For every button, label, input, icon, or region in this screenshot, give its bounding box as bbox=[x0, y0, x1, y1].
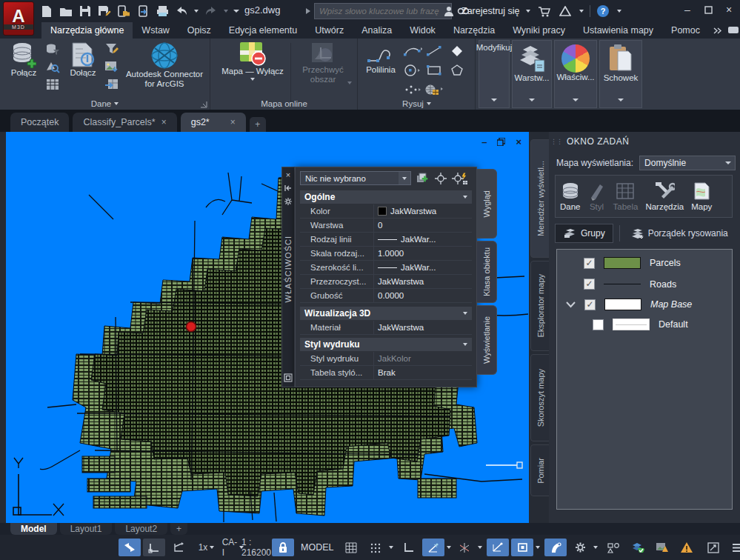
autoscale-gear-icon[interactable] bbox=[569, 539, 591, 556]
selected-line[interactable] bbox=[486, 462, 522, 468]
viewport-restore-button[interactable] bbox=[497, 138, 505, 146]
scale-lock-icon[interactable] bbox=[272, 539, 294, 556]
ribbon-tab-ustawienia-mapy[interactable]: Ustawienia mapy bbox=[574, 22, 662, 39]
annotation-scale-button[interactable]: 1x bbox=[194, 539, 216, 556]
palette-close-icon[interactable]: × bbox=[286, 170, 290, 179]
map-marker[interactable] bbox=[187, 322, 196, 332]
section-styl-wydruku[interactable]: Styl wydruku bbox=[300, 338, 472, 351]
layer-row-parcels[interactable]: ✓ Parcels bbox=[584, 257, 681, 269]
panel-label-dane[interactable]: Dane bbox=[0, 98, 210, 109]
close-tab-icon[interactable]: × bbox=[230, 117, 236, 127]
layer-row-default[interactable]: Default bbox=[593, 319, 688, 330]
new-layout-button[interactable]: + bbox=[170, 523, 187, 535]
tools-button[interactable]: Narzędzia bbox=[645, 181, 684, 211]
sign-in-dropdown-icon[interactable] bbox=[524, 3, 532, 19]
image-insert-icon[interactable] bbox=[104, 59, 120, 74]
tab-eksplorator-mapy[interactable]: Eksplorator mapy bbox=[530, 261, 550, 351]
map-base-checkbox[interactable]: ✓ bbox=[584, 299, 596, 310]
app-store-cart-icon[interactable] bbox=[536, 3, 553, 19]
tab-skoroszyt-mapy[interactable]: Skoroszyt mapy bbox=[530, 354, 550, 441]
property-row[interactable]: Rodzaj linii JakWar... bbox=[300, 233, 472, 247]
more-tabs-icon[interactable] bbox=[713, 27, 722, 34]
osnap-dropdown-icon[interactable] bbox=[536, 546, 540, 549]
close-tab-icon[interactable]: × bbox=[161, 117, 167, 127]
ribbon-tab-analiza[interactable]: Analiza bbox=[353, 22, 401, 39]
default-checkbox[interactable] bbox=[593, 319, 604, 330]
open-web-mobile-icon[interactable] bbox=[116, 3, 132, 19]
connect-button[interactable]: Połącz bbox=[4, 41, 43, 78]
annotation-visibility-icon[interactable] bbox=[544, 539, 567, 556]
customization-menu-icon[interactable] bbox=[727, 539, 740, 556]
coordinate-system-button[interactable]: CA-I bbox=[221, 539, 243, 556]
clipboard-panel-button[interactable]: Schowek bbox=[599, 40, 642, 108]
property-row[interactable]: Warstwa 0 bbox=[300, 219, 472, 233]
snap-dropdown-icon[interactable] bbox=[389, 546, 393, 549]
ribbon-tab-pomoc[interactable]: Pomoc bbox=[662, 22, 709, 39]
map-task-toggle-icon[interactable] bbox=[119, 539, 141, 556]
attach-button[interactable]: Dołącz bbox=[64, 41, 102, 78]
property-row[interactable]: Kolor JakWarstwa bbox=[300, 204, 472, 219]
dynamic-ucs-icon[interactable] bbox=[167, 539, 190, 556]
workspace-icon[interactable] bbox=[602, 539, 624, 556]
palette-autohide-icon[interactable] bbox=[284, 184, 293, 193]
selection-dropdown[interactable]: Nic nie wybrano bbox=[300, 171, 411, 185]
ribbon-tab-widok[interactable]: Widok bbox=[401, 22, 444, 39]
search-input[interactable] bbox=[314, 3, 452, 19]
query-search-icon[interactable] bbox=[44, 59, 61, 74]
collapse-chevron-icon[interactable] bbox=[566, 301, 576, 308]
panel-label-mapa-online[interactable]: Mapa online bbox=[211, 98, 357, 109]
property-row[interactable]: Materiał JakWarstwa bbox=[300, 321, 472, 335]
panel-label-rysuj[interactable]: Rysuj bbox=[359, 98, 475, 109]
draw-order-button[interactable]: Porządek rysowania bbox=[626, 224, 733, 242]
palette-tab-klasa-obiektu[interactable]: Klasa obiektu bbox=[477, 241, 497, 303]
save-icon[interactable] bbox=[77, 3, 93, 19]
file-tab-gs2[interactable]: gs2* × bbox=[181, 113, 246, 132]
circle-icon[interactable] bbox=[403, 64, 422, 77]
arc-icon[interactable] bbox=[403, 45, 422, 57]
viewport-minimize-button[interactable]: – bbox=[481, 136, 487, 147]
window-minimize-button[interactable]: – bbox=[681, 3, 694, 16]
ribbon-tab-narzedzia[interactable]: Narzędzia bbox=[444, 22, 504, 39]
points-icon[interactable] bbox=[403, 84, 422, 95]
property-row[interactable]: Przezroczyst... JakWarstwa bbox=[300, 275, 472, 289]
panel-launcher-icon[interactable] bbox=[200, 101, 207, 108]
quick-select-icon[interactable] bbox=[434, 172, 447, 185]
modify-panel-button[interactable]: Modyfikuj bbox=[479, 40, 510, 108]
rectangle-icon[interactable] bbox=[426, 64, 444, 76]
ribbon-tab-utworz[interactable]: Utwórz bbox=[306, 22, 353, 39]
layer-row-map-base[interactable]: ✓ Map Base bbox=[566, 299, 692, 310]
fullscreen-icon[interactable] bbox=[702, 539, 724, 556]
map-toggle-dropdown-icon[interactable] bbox=[250, 78, 255, 81]
section-wizualizacja-3d[interactable]: Wizualizacja 3D bbox=[300, 307, 472, 320]
model-space-button[interactable]: MODEL bbox=[296, 542, 338, 553]
redo-dropdown-icon[interactable] bbox=[222, 3, 230, 19]
data-button[interactable]: Dane bbox=[560, 181, 581, 211]
property-row[interactable]: Grubość 0.0000 bbox=[300, 289, 472, 303]
qat-customize-icon[interactable] bbox=[233, 3, 240, 19]
layout-tab-model[interactable]: Model bbox=[10, 523, 57, 535]
filter-data-icon[interactable] bbox=[44, 41, 61, 56]
display-map-dropdown[interactable]: Domyślnie bbox=[639, 156, 736, 170]
rhombus-icon[interactable] bbox=[451, 45, 463, 57]
save-web-mobile-icon[interactable] bbox=[135, 3, 151, 19]
task-pane-header[interactable]: ⋮⋮ OKNO ZADAŃ bbox=[550, 135, 737, 148]
roads-checkbox[interactable]: ✓ bbox=[584, 279, 595, 290]
properties-panel-button[interactable]: Właściw... bbox=[554, 40, 597, 108]
redo-icon[interactable] bbox=[203, 3, 219, 19]
parcels-checkbox[interactable]: ✓ bbox=[584, 258, 595, 269]
palette-titlebar[interactable]: × WŁAŚCIWOŚCI bbox=[281, 167, 295, 387]
quick-properties-icon[interactable] bbox=[452, 172, 468, 185]
sign-in-button[interactable]: Zarejestruj się bbox=[461, 6, 520, 16]
object-snap-icon[interactable] bbox=[511, 539, 533, 556]
plot-icon[interactable] bbox=[154, 3, 170, 19]
palette-properties-icon[interactable] bbox=[284, 373, 293, 382]
polar-tracking-icon[interactable] bbox=[422, 539, 444, 556]
selection-dropdown-icon[interactable] bbox=[399, 172, 410, 184]
palette-settings-icon[interactable] bbox=[284, 197, 293, 206]
viewport-close-button[interactable]: × bbox=[516, 136, 521, 147]
isodraft-icon[interactable] bbox=[453, 539, 476, 556]
isodraft-dropdown-icon[interactable] bbox=[478, 546, 482, 549]
image-warning-icon[interactable] bbox=[651, 539, 673, 556]
data-sync-icon[interactable] bbox=[627, 539, 649, 556]
new-tab-button[interactable]: + bbox=[250, 117, 266, 132]
